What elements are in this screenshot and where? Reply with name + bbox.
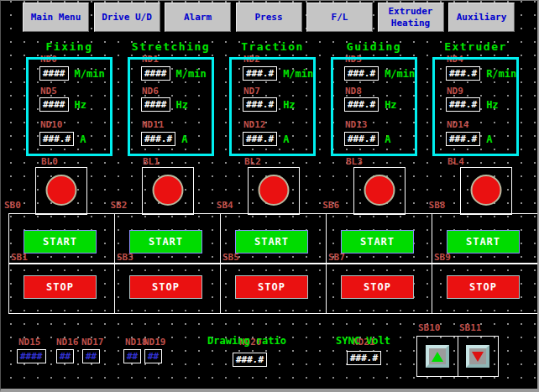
value-display: ###.# (141, 132, 175, 146)
tag-label: SB7 (328, 252, 345, 263)
value-display: ###.# (446, 66, 480, 81)
panel-extruder: ND4 ###.# R/min ND9 ###.# Hz ND14 ###.# … (432, 57, 519, 156)
tag-label: ND14 (447, 119, 469, 130)
panel-guiding: ND3 ###.# M/min ND8 ###.# Hz ND13 ###.# … (331, 57, 417, 156)
start-button[interactable]: START (129, 230, 202, 253)
bl-labels-row: BL0 BL1 BL2 BL3 BL4 (18, 156, 526, 167)
value-display: ###.# (344, 97, 379, 112)
stop-row: STOP STOP STOP STOP STOP (8, 264, 539, 314)
menu-button-main-menu[interactable]: Main Menu (23, 3, 89, 32)
tag-label: BL3 (346, 156, 425, 167)
unit-label: A (486, 133, 492, 145)
stop-button[interactable]: STOP (341, 275, 414, 299)
section-headers: Fixing Stretching Traction Guiding Extru… (18, 40, 526, 53)
run-lamp (364, 175, 395, 206)
tag-label: ND5 (40, 86, 57, 97)
start-button[interactable]: START (447, 230, 520, 253)
tag-label: BL0 (41, 156, 120, 167)
up-arrow-icon (432, 352, 443, 362)
lamp-cell: SB2 (114, 167, 220, 216)
value-display: ###.# (243, 132, 277, 146)
speed-readout: ###.# M/min (344, 66, 415, 81)
value-display: ###.# (344, 132, 379, 146)
stop-button[interactable]: STOP (24, 275, 97, 299)
lamp-cell: SB4 (221, 167, 327, 216)
speed-up-button[interactable] (426, 345, 449, 368)
sync-volt-label: SYNC Volt (336, 335, 390, 347)
hmi-screen: Main Menu Drive U/D Alarm Press F/L Extr… (0, 0, 539, 392)
current-readout: ###.# A (446, 132, 492, 146)
unit-label: Hz (486, 99, 498, 111)
speed-updown-panel (416, 336, 499, 377)
tag-label: ND16 (56, 337, 79, 348)
tag-label: ND11 (142, 119, 165, 130)
stop-cell: STOP (432, 264, 538, 313)
unit-label: Hz (75, 99, 86, 111)
start-button[interactable]: START (341, 230, 414, 253)
value-display: ## (56, 349, 74, 363)
frequency-readout: ###.# Hz (344, 97, 397, 112)
tag-label: SB10 (418, 322, 441, 333)
lamp-button[interactable] (35, 167, 87, 215)
value-display: ###.# (243, 66, 277, 81)
tag-label: BL1 (143, 156, 222, 167)
tag-label: ND17 (81, 337, 104, 348)
section-title-fixing: Fixing (46, 40, 93, 53)
drawing-ratio-label: Drawing ratio (207, 335, 286, 347)
start-cell: START SB5 (221, 214, 327, 263)
stop-cell: STOP (221, 264, 327, 313)
start-button[interactable]: START (24, 230, 97, 253)
tag-label: SB2 (110, 200, 127, 211)
menu-button-fl[interactable]: F/L (306, 3, 373, 32)
menu-button-auxiliary[interactable]: Auxiliary (448, 3, 515, 32)
unit-label: M/min (283, 68, 313, 80)
lamp-button[interactable] (142, 167, 194, 215)
section-title-traction: Traction (241, 40, 304, 53)
menu-button-alarm[interactable]: Alarm (165, 3, 231, 32)
tag-label: ND13 (345, 119, 368, 130)
stop-button[interactable]: STOP (235, 275, 308, 299)
tag-label: ND6 (142, 86, 159, 97)
speed-readout: ###.# R/min (446, 66, 516, 81)
run-lamp (258, 175, 289, 206)
speed-readout: #### M/min (141, 66, 207, 81)
menu-button-press[interactable]: Press (236, 3, 302, 32)
menu-bar: Main Menu Drive U/D Alarm Press F/L Extr… (23, 3, 515, 32)
current-readout: ###.# A (344, 132, 390, 146)
value-display: #### (17, 349, 46, 363)
unit-label: A (181, 133, 187, 145)
current-readout: ###.# A (39, 132, 86, 146)
value-display: ## (82, 349, 100, 363)
tag-label: ND8 (345, 86, 362, 97)
speed-down-button[interactable] (466, 345, 489, 368)
tag-label: ND19 (144, 337, 166, 348)
lamp-button[interactable] (248, 167, 300, 215)
unit-label: M/min (176, 68, 207, 80)
value-display: ###.# (39, 132, 74, 146)
stop-cell: STOP (327, 264, 432, 313)
panels-row: ND0 #### M/min ND5 #### Hz ND10 ###.# A … (18, 57, 526, 156)
unit-label: M/min (385, 68, 415, 80)
tag-label: ND9 (447, 86, 463, 97)
unit-label: A (80, 133, 86, 145)
speed-down-cell (458, 337, 499, 376)
frequency-readout: ###.# Hz (243, 97, 296, 112)
speed-readout: #### M/min (39, 66, 105, 81)
start-cell: START SB1 (9, 214, 115, 263)
unit-label: Hz (385, 99, 396, 111)
tag-label: SB4 (217, 200, 233, 211)
menu-button-extruder-heating[interactable]: Extruder Heating (378, 3, 444, 32)
stop-button[interactable]: STOP (129, 275, 202, 299)
start-cell: START SB7 (327, 214, 432, 263)
tag-label: ND1 (142, 54, 159, 65)
value-display: ###.# (233, 353, 267, 367)
lamp-button[interactable] (460, 167, 512, 215)
lamp-button[interactable] (353, 167, 406, 215)
menu-button-drive-ud[interactable]: Drive U/D (94, 3, 160, 32)
start-button[interactable]: START (235, 230, 308, 253)
unit-label: Hz (283, 99, 295, 111)
start-cell: START SB9 (432, 214, 538, 263)
speed-up-cell (417, 337, 458, 376)
stop-button[interactable]: STOP (447, 275, 520, 299)
tag-label: SB3 (117, 252, 133, 263)
